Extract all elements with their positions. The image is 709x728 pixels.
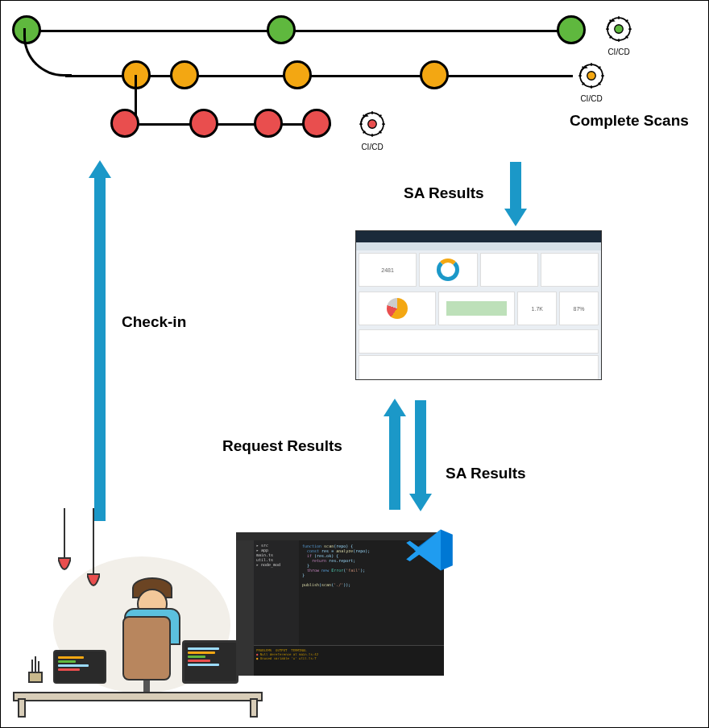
gear-icon xyxy=(355,107,389,141)
monitor-icon xyxy=(182,640,238,684)
commit-node-orange xyxy=(420,60,449,89)
label-sa-results-top: SA Results xyxy=(404,184,484,202)
metric-card-coverage: 87% xyxy=(559,292,599,325)
dashboard-table xyxy=(359,355,599,380)
metric-card-trend xyxy=(438,292,516,325)
donut-icon xyxy=(437,259,459,281)
metric-card-tests xyxy=(480,253,538,287)
commit-node-red xyxy=(110,109,139,138)
desk-leg xyxy=(250,698,258,718)
desk xyxy=(13,692,263,701)
branch-line-red xyxy=(122,123,331,126)
pie-icon xyxy=(387,298,408,319)
svg-point-4 xyxy=(587,72,596,81)
laptop-icon xyxy=(53,650,106,684)
diagram-canvas: { "labels": { "checkin": "Check-in", "sa… xyxy=(1,1,708,727)
ide-problems-panel: PROBLEMS OUTPUT TERMINAL● Null dereferen… xyxy=(254,645,444,676)
cicd-gear-red: CI/CD xyxy=(355,107,389,151)
label-complete-scans: Complete Scans xyxy=(570,112,689,130)
branch-curve xyxy=(23,28,72,77)
metric-value: 2481 xyxy=(381,267,394,273)
arrow-sa-top-head xyxy=(504,209,527,226)
gear-icon xyxy=(602,12,636,46)
svg-point-1 xyxy=(615,25,624,34)
commit-node-orange xyxy=(283,60,312,89)
metric-card-violations: 2481 xyxy=(359,253,417,287)
lamp-icon xyxy=(58,508,71,581)
commit-node-green xyxy=(557,15,586,44)
metric-value: 1.7K xyxy=(532,306,543,312)
desk-leg xyxy=(18,698,26,718)
commit-node-red xyxy=(189,109,218,138)
metric-value: 87% xyxy=(574,306,585,312)
cicd-gear-orange: CI/CD xyxy=(574,59,608,103)
label-sa-results-bottom: SA Results xyxy=(446,465,526,482)
dashboard-tabs xyxy=(356,242,601,250)
sparkline-icon xyxy=(446,301,507,316)
cicd-label: CI/CD xyxy=(602,48,636,56)
metric-card-issues: 1.7K xyxy=(517,292,557,325)
arrow-sa-bottom-stem xyxy=(415,400,426,495)
arrow-request-stem xyxy=(389,415,400,510)
metric-card-pie xyxy=(359,292,436,325)
arrow-sa-top-stem xyxy=(510,162,521,210)
metric-card-quality xyxy=(419,253,477,287)
label-checkin: Check-in xyxy=(122,313,186,331)
metric-card-other xyxy=(541,253,599,287)
plant-icon xyxy=(24,655,47,684)
dashboard-trend-row xyxy=(359,329,599,354)
dashboard-header xyxy=(356,231,601,242)
commit-node-red xyxy=(254,109,283,138)
arrow-checkin-stem xyxy=(94,176,106,521)
svg-rect-11 xyxy=(29,672,42,682)
label-request-results: Request Results xyxy=(222,437,342,455)
gear-icon xyxy=(574,59,608,93)
arrow-sa-bottom-head xyxy=(409,494,432,511)
commit-node-orange xyxy=(170,60,199,89)
developer-illustration xyxy=(13,508,263,718)
cicd-label: CI/CD xyxy=(355,143,389,151)
vscode-logo-icon xyxy=(404,524,455,576)
branch-line-green xyxy=(25,30,573,32)
dev-chair xyxy=(118,616,176,693)
chair-back xyxy=(122,616,171,680)
commit-node-red xyxy=(302,109,331,138)
svg-point-7 xyxy=(368,120,377,129)
dashboard-thumbnail: 2481 1.7K 87% xyxy=(355,230,602,380)
commit-node-green xyxy=(267,15,296,44)
lamp-icon xyxy=(87,508,100,597)
arrow-request-head xyxy=(384,399,406,416)
arrow-checkin-head xyxy=(89,160,111,178)
cicd-gear-green: CI/CD xyxy=(602,12,636,56)
cicd-label: CI/CD xyxy=(574,94,608,103)
